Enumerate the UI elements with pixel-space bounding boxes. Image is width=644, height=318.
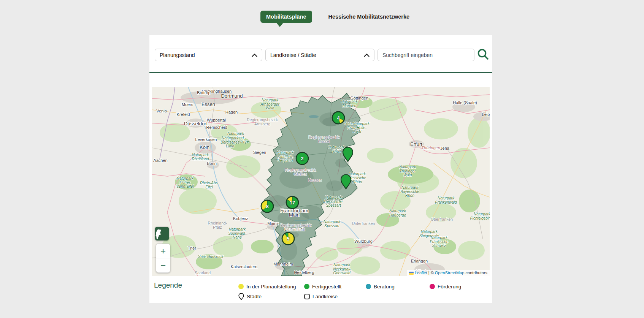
map-label: Siegen (253, 150, 266, 155)
openstreetmap-link[interactable]: OpenStreetMap (435, 271, 465, 275)
filter-row: Planungsstand Landkreise / Städte (149, 49, 492, 62)
cluster-count: 8 (266, 204, 268, 209)
green-divider (149, 72, 492, 73)
map-label: Jena (440, 146, 450, 150)
map-label: Trier (188, 246, 197, 250)
map-label: Düsseldorf (184, 121, 208, 127)
hessen-silhouette-icon (155, 229, 169, 240)
content-card: Planungsstand Landkreise / Städte (149, 35, 492, 303)
map-label: Venlo (156, 109, 167, 113)
leaflet-map[interactable]: RecklinghausenBottropDortmundEssenMoersH… (152, 87, 490, 276)
legend-item-label: Landkreise (312, 294, 338, 299)
legend-item-shape: Landkreise (304, 293, 338, 300)
tab-bar: MobilitätspläneHessische Mobilitätsnetzw… (260, 11, 415, 23)
map-label: Mainz (267, 221, 278, 226)
map-label: Leverkusen (195, 137, 217, 142)
search-field-wrap (378, 49, 474, 61)
cluster-marker[interactable]: 4 (332, 112, 344, 124)
search-icon (477, 56, 490, 62)
landkreise-dropdown[interactable]: Landkreise / Städte (265, 49, 374, 61)
map-label: Saarland (195, 271, 211, 275)
map-label: Heidelberg (294, 270, 314, 275)
landkreis-square-icon (304, 294, 310, 299)
map-attribution: Leaflet | © OpenStreetMap contributors (407, 270, 490, 276)
map-label: NaturparkFränkischeSchweiz (430, 236, 449, 248)
zoom-in-button[interactable]: + (156, 244, 170, 258)
tab-hessische-mobilitaetsnetzwerke[interactable]: Hessische Mobilitätsnetzwerke (323, 11, 416, 23)
legend-item-status: In der Planaufstellung (238, 283, 296, 290)
legend-item-label: Städte (247, 294, 262, 299)
map-label: Köln (200, 144, 209, 150)
legend-color-dot (430, 284, 435, 289)
map-label: Hessen (308, 178, 322, 182)
map-label: NaturparkHaßberge (389, 209, 406, 217)
legend: Legende In der PlanaufstellungFertiggest… (149, 280, 492, 303)
map-label: Leipzig (482, 112, 490, 117)
legend-color-dot (366, 284, 371, 289)
legend-item-label: Förderung (438, 284, 461, 290)
tab-mobilitaetsplaene[interactable]: Mobilitätspläne (260, 11, 312, 23)
map-label: NaturparkFrankenwald (435, 196, 457, 204)
cluster-count: 2 (301, 156, 303, 161)
map-label: Koblenz (233, 216, 248, 221)
map-label: Unterfranken (352, 221, 375, 226)
chevron-up-icon (364, 52, 370, 58)
map-label: Oberfranken (431, 217, 453, 221)
map-label: Dortmund (221, 93, 243, 99)
leaflet-link[interactable]: Leaflet (415, 271, 427, 275)
legend-item-label: In der Planaufstellung (246, 284, 296, 290)
cluster-marker[interactable]: 8 (261, 200, 273, 212)
map-label: Hagen (225, 110, 238, 114)
zoom-control: + − (156, 244, 170, 273)
map-label: NaturparkLahn-Dill-Bergland (277, 150, 294, 163)
map-label: Bottrop (197, 90, 210, 95)
landkreise-label: Landkreise / Städte (270, 52, 316, 58)
legend-item-status: Fertiggestellt (304, 283, 341, 290)
zoom-out-button[interactable]: − (156, 258, 170, 272)
map-label: NaturparkMünden (341, 100, 358, 108)
map-label: Würzburg (354, 239, 373, 244)
map-label: Krefeld (177, 112, 190, 117)
cluster-count: 17 (290, 200, 295, 206)
planungsstand-dropdown[interactable]: Planungsstand (155, 49, 262, 61)
map-label: Erlangen (411, 259, 428, 263)
ukraine-flag-icon (409, 272, 414, 275)
search-button[interactable] (476, 48, 490, 62)
attribution-text: | © (427, 271, 435, 275)
attribution-suffix: contributors (464, 271, 487, 275)
map-label: Mannheim (273, 262, 293, 266)
cluster-marker[interactable]: 5 (282, 233, 294, 245)
cluster-count: 5 (287, 236, 289, 242)
cluster-marker[interactable]: 2 (296, 152, 308, 165)
legend-color-dot (304, 284, 309, 289)
page: MobilitätspläneHessische Mobilitätsnetzw… (0, 0, 644, 318)
chevron-up-icon (252, 52, 257, 58)
map-label: Saar-Hunsrück (198, 255, 224, 259)
legend-item-status: Förderung (430, 283, 461, 290)
map-label: NaturparkHessischerSpessart (324, 195, 343, 207)
city-pin-icon (238, 293, 244, 300)
map-label: Bonn (207, 161, 217, 166)
legend-title: Legende (154, 281, 182, 290)
legend-color-dot (238, 284, 244, 289)
map-label: Remscheid (206, 125, 227, 130)
map-label: Wuppertal (207, 118, 226, 122)
planungsstand-label: Planungsstand (160, 52, 195, 58)
cluster-count: 4 (337, 115, 340, 121)
legend-item-shape: Städte (238, 293, 262, 300)
cluster-marker[interactable]: 17 (286, 196, 298, 209)
search-input[interactable] (378, 49, 474, 61)
legend-item-label: Fertiggestellt (312, 284, 341, 290)
hessen-overview-button[interactable] (155, 227, 169, 240)
map-label: NaturparkSpessart (324, 220, 341, 228)
map-label: Essen (201, 101, 215, 107)
legend-item-status: Beratung (366, 283, 395, 290)
map-label: NaturparkRheinland (192, 153, 209, 161)
map-label: Halle (Saale) (453, 100, 477, 105)
map-label: Thüringen (421, 146, 440, 150)
map-label: Aachen (153, 158, 167, 163)
map-canvas: RecklinghausenBottropDortmundEssenMoersH… (152, 87, 490, 276)
map-label: Moers (182, 102, 194, 107)
map-label: Erfurt (410, 141, 422, 147)
map-label: NaturparkNeckartal-Odenwald (333, 263, 351, 275)
